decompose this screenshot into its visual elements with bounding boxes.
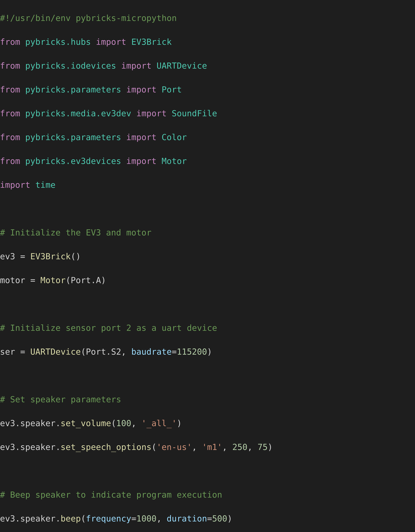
code-line: ev3.speaker.beep(frequency=1000, duratio… bbox=[0, 513, 415, 524]
code-line: ev3.speaker.set_speech_options('en-us', … bbox=[0, 441, 415, 453]
code-line: from pybricks.hubs import EV3Brick bbox=[0, 36, 415, 48]
code-line: # Initialize the EV3 and motor bbox=[0, 227, 415, 238]
code-line: # Initialize sensor port 2 as a uart dev… bbox=[0, 322, 415, 334]
code-line: from pybricks.ev3devices import Motor bbox=[0, 155, 415, 167]
code-line: motor = Motor(Port.A) bbox=[0, 274, 415, 286]
code-line: # Beep speaker to indicate program execu… bbox=[0, 489, 415, 501]
code-line: ev3 = EV3Brick() bbox=[0, 250, 415, 262]
code-line: # Set speaker parameters bbox=[0, 393, 415, 405]
shebang-comment: #!/usr/bin/env pybricks-micropython bbox=[0, 13, 177, 23]
code-line: ev3.speaker.set_volume(100, '_all_') bbox=[0, 417, 415, 429]
code-line: ser = UARTDevice(Port.S2, baudrate=11520… bbox=[0, 346, 415, 358]
code-line: import time bbox=[0, 179, 415, 191]
code-line: #!/usr/bin/env pybricks-micropython bbox=[0, 12, 415, 24]
code-line: from pybricks.iodevices import UARTDevic… bbox=[0, 60, 415, 72]
code-line: from pybricks.parameters import Port bbox=[0, 84, 415, 95]
code-line: from pybricks.media.ev3dev import SoundF… bbox=[0, 107, 415, 119]
code-editor: #!/usr/bin/env pybricks-micropython from… bbox=[0, 0, 415, 532]
code-line: from pybricks.parameters import Color bbox=[0, 131, 415, 143]
